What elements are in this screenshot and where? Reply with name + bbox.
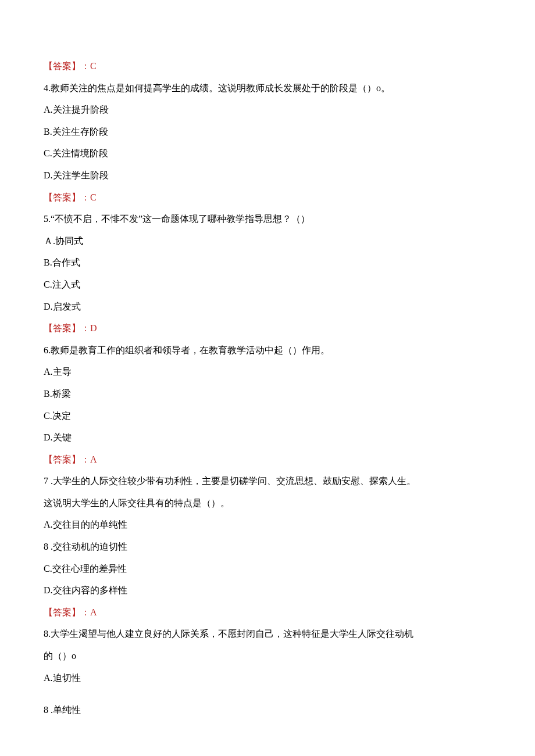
answer-line: 【答案】：C — [44, 187, 491, 209]
option-c: C.关注情境阶段 — [44, 142, 491, 164]
option-d: D.启发式 — [44, 296, 491, 318]
option-b: 8 .单纯性 — [44, 699, 491, 721]
question-stem: 5.“不愤不启，不悱不发”这一命题体现了哪种教学指导思想？（） — [44, 208, 491, 230]
answer-letter: D — [90, 323, 97, 333]
option-a: A.交往目的的单纯性 — [44, 514, 491, 536]
answer-letter: A — [90, 454, 97, 464]
answer-prefix: 【答案】： — [44, 607, 90, 617]
question-stem: 7 .大学生的人际交往较少带有功利性，主要是切磋学问、交流思想、鼓励安慰、探索人… — [44, 470, 491, 492]
answer-letter: A — [90, 607, 97, 617]
option-d: D.交往内容的多样性 — [44, 579, 491, 601]
option-c: C.注入式 — [44, 274, 491, 296]
document-page: 【答案】：C 4.教师关注的焦点是如何提高学生的成绩。这说明教师成长发展处于的阶… — [0, 0, 535, 756]
option-a: A.迫切性 — [44, 667, 491, 689]
answer-line: 【答案】：D — [44, 317, 491, 339]
option-b: 8 .交往动机的迫切性 — [44, 536, 491, 558]
option-d: D.关注学生阶段 — [44, 164, 491, 187]
option-c: C.交往心理的差异性 — [44, 558, 491, 580]
answer-prefix: 【答案】： — [44, 454, 90, 464]
option-c: C.决定 — [44, 405, 491, 427]
answer-line: 【答案】：C — [44, 55, 491, 77]
option-b: B.关注生存阶段 — [44, 121, 491, 143]
answer-prefix: 【答案】： — [44, 61, 90, 71]
answer-line: 【答案】：A — [44, 601, 491, 624]
question-stem: 4.教师关注的焦点是如何提高学生的成绩。这说明教师成长发展处于的阶段是（）o。 — [44, 77, 491, 99]
option-a: A.关注提升阶段 — [44, 99, 491, 121]
question-stem: 的（）o — [44, 645, 491, 667]
question-stem: 6.教师是教育工作的组织者和领导者，在教育教学活动中起（）作用。 — [44, 339, 491, 361]
answer-prefix: 【答案】： — [44, 323, 90, 333]
answer-letter: C — [90, 192, 97, 202]
option-b: B.桥梁 — [44, 383, 491, 405]
answer-line: 【答案】：A — [44, 449, 491, 471]
option-d: D.关键 — [44, 427, 491, 449]
option-b: B.合作式 — [44, 252, 491, 274]
question-stem: 这说明大学生的人际交往具有的特点是（）。 — [44, 492, 491, 514]
answer-prefix: 【答案】： — [44, 192, 90, 202]
answer-letter: C — [90, 61, 97, 71]
question-stem: 8.大学生渴望与他人建立良好的人际关系，不愿封闭自己，这种特征是大学生人际交往动… — [44, 623, 491, 645]
option-a: A.主导 — [44, 361, 491, 383]
option-a: Ａ.协同式 — [44, 230, 491, 252]
